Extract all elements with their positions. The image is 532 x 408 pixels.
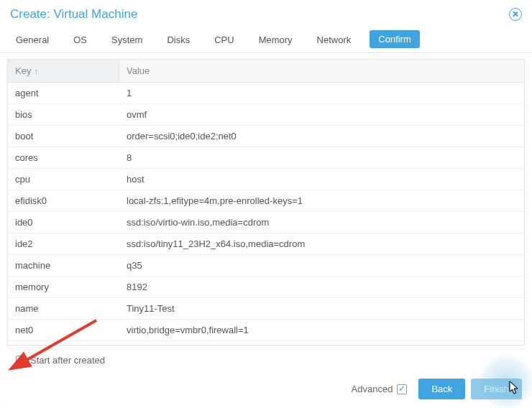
row-key: agent — [8, 83, 119, 103]
tab-system[interactable]: System — [106, 30, 148, 52]
row-key: bios — [8, 104, 119, 125]
tab-cpu[interactable]: CPU — [208, 30, 239, 52]
row-key: nodename — [8, 341, 119, 345]
sort-asc-icon: ↑ — [34, 67, 38, 75]
row-key: efidisk0 — [8, 190, 119, 211]
tab-general[interactable]: General — [10, 30, 55, 52]
table-row[interactable]: nodenamepve — [8, 341, 524, 345]
row-key: ide0 — [8, 212, 119, 233]
advanced-toggle[interactable]: Advanced — [352, 384, 408, 394]
row-value: ssd:iso/virtio-win.iso,media=cdrom — [119, 212, 524, 233]
tab-os[interactable]: OS — [68, 30, 93, 52]
tab-network[interactable]: Network — [311, 30, 357, 52]
grid-header: Key ↑ Value — [8, 60, 524, 83]
row-value: order=scsi0;ide0;ide2;net0 — [119, 126, 524, 147]
table-row[interactable]: cpuhost — [8, 169, 524, 190]
start-after-created-checkbox[interactable] — [16, 356, 26, 366]
table-row[interactable]: net0virtio,bridge=vmbr0,firewall=1 — [8, 320, 524, 341]
row-key: cores — [8, 147, 119, 168]
row-value: ovmf — [119, 104, 524, 125]
row-key: boot — [8, 126, 119, 147]
col-header-value[interactable]: Value — [119, 60, 524, 82]
finish-button[interactable]: Finish — [471, 379, 522, 399]
table-row[interactable]: machineq35 — [8, 255, 524, 277]
table-row[interactable]: efidisk0local-zfs:1,efitype=4m,pre-enrol… — [8, 190, 524, 212]
row-value: local-zfs:1,efitype=4m,pre-enrolled-keys… — [119, 190, 524, 211]
table-row[interactable]: ide2ssd:iso/tiny11_23H2_x64.iso,media=cd… — [8, 233, 524, 255]
table-row[interactable]: biosovmf — [8, 104, 524, 126]
row-key: ide2 — [8, 233, 119, 254]
table-row[interactable]: bootorder=scsi0;ide0;ide2;net0 — [8, 126, 524, 147]
summary-grid: Key ↑ Value agent1biosovmfbootorder=scsi… — [7, 59, 525, 346]
tab-memory[interactable]: Memory — [253, 30, 298, 52]
footer-checkbox-row: Start after created — [7, 348, 525, 371]
advanced-checkbox[interactable] — [397, 384, 407, 394]
tab-disks[interactable]: Disks — [161, 30, 196, 52]
row-value: pve — [119, 341, 524, 345]
row-value: ssd:iso/tiny11_23H2_x64.iso,media=cdrom — [119, 233, 524, 254]
row-value: Tiny11-Test — [119, 298, 524, 319]
table-row[interactable]: nameTiny11-Test — [8, 298, 524, 320]
row-value: virtio,bridge=vmbr0,firewall=1 — [119, 320, 524, 340]
tab-confirm[interactable]: Confirm — [370, 30, 420, 48]
row-key: net0 — [8, 320, 119, 340]
start-after-created-label: Start after created — [30, 355, 105, 366]
close-icon[interactable] — [509, 8, 522, 21]
table-row[interactable]: ide0ssd:iso/virtio-win.iso,media=cdrom — [8, 212, 524, 233]
row-key: name — [8, 298, 119, 319]
row-key: machine — [8, 255, 119, 276]
table-row[interactable]: memory8192 — [8, 277, 524, 298]
row-value: host — [119, 169, 524, 190]
row-value: 8192 — [119, 277, 524, 297]
dialog-header: Create: Virtual Machine — [0, 0, 532, 27]
table-row[interactable]: agent1 — [8, 83, 524, 104]
row-key: cpu — [8, 169, 119, 190]
dialog-title: Create: Virtual Machine — [10, 7, 137, 22]
wizard-tabs: General OS System Disks CPU Memory Netwo… — [0, 27, 532, 53]
row-key: memory — [8, 277, 119, 297]
row-value: q35 — [119, 255, 524, 276]
back-button[interactable]: Back — [418, 379, 465, 399]
row-value: 8 — [119, 147, 524, 168]
row-value: 1 — [119, 83, 524, 103]
col-header-key[interactable]: Key ↑ — [8, 60, 119, 82]
grid-body[interactable]: agent1biosovmfbootorder=scsi0;ide0;ide2;… — [8, 83, 524, 345]
table-row[interactable]: cores8 — [8, 147, 524, 169]
create-vm-dialog: Create: Virtual Machine General OS Syste… — [0, 0, 532, 408]
footer-bar: Advanced Back Finish — [0, 371, 532, 408]
